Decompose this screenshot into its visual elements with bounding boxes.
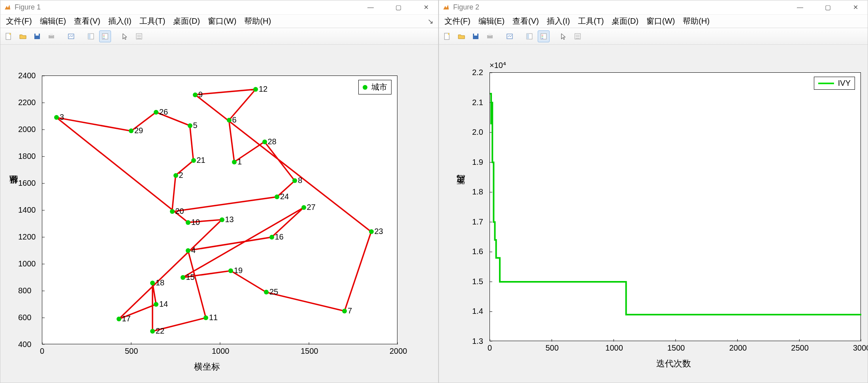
svg-rect-1	[9, 33, 11, 35]
ytick-label: 2.0	[472, 128, 483, 137]
ytick-label: 2.2	[472, 68, 483, 77]
legend-icon[interactable]	[99, 30, 111, 42]
city-label: 7	[348, 306, 352, 315]
menu-insert[interactable]: 插入(I)	[544, 15, 573, 27]
svg-rect-34	[448, 33, 449, 35]
city-label: 20	[175, 207, 184, 216]
ytick-label: 1.3	[472, 337, 483, 346]
menu-desktop[interactable]: 桌面(D)	[608, 15, 642, 27]
svg-rect-8	[88, 34, 90, 39]
legend-line-icon	[818, 83, 834, 84]
figure-2-axes[interactable]: IVY	[490, 72, 861, 341]
menu-insert[interactable]: 插入(I)	[105, 15, 135, 27]
figure-2-titlebar: Figure 2 — ▢ ✕	[439, 0, 868, 15]
print-icon[interactable]	[45, 30, 57, 42]
open-icon[interactable]	[17, 30, 29, 42]
menu-window[interactable]: 窗口(W)	[643, 15, 678, 27]
svg-rect-38	[488, 34, 491, 36]
xtick-label: 1500	[301, 347, 318, 356]
city-label: 5	[193, 121, 198, 130]
matlab-icon	[442, 4, 450, 11]
menu-file[interactable]: 文件(F)	[3, 15, 35, 27]
menu-view[interactable]: 查看(V)	[509, 15, 542, 27]
city-label: 24	[280, 192, 289, 201]
print-icon[interactable]	[484, 30, 496, 42]
city-point	[232, 160, 237, 164]
xtick-label: 500	[546, 343, 559, 353]
inspector-icon[interactable]	[523, 30, 535, 42]
save-icon[interactable]	[470, 30, 482, 42]
city-label: 11	[209, 313, 218, 322]
pointer-icon[interactable]	[557, 30, 569, 42]
city-point	[220, 217, 224, 222]
figure-1-axes[interactable]: 城市 1234567891011121314151617181920212223…	[42, 75, 397, 344]
properties-icon[interactable]	[572, 30, 584, 42]
minimize-button[interactable]: —	[791, 2, 809, 13]
new-icon[interactable]	[441, 30, 453, 42]
figure-2-plot-area: ×10⁴ IVY 迭代次数 总距离 0500100015002000250030…	[439, 45, 868, 383]
figure-1-legend[interactable]: 城市	[358, 80, 392, 94]
svg-rect-39	[507, 34, 512, 39]
menu-edit[interactable]: 编辑(E)	[475, 15, 508, 27]
figure-2-svg	[490, 73, 861, 341]
city-point	[117, 317, 121, 321]
ytick-label: 2400	[18, 71, 36, 80]
menu-help[interactable]: 帮助(H)	[680, 15, 713, 27]
figure-2-menubar: 文件(F) 编辑(E) 查看(V) 插入(I) 工具(T) 桌面(D) 窗口(W…	[439, 15, 868, 28]
maximize-button[interactable]: ▢	[819, 2, 837, 13]
city-label: 29	[134, 126, 143, 135]
menu-edit[interactable]: 编辑(E)	[37, 15, 70, 27]
save-icon[interactable]	[31, 30, 43, 42]
menu-tools[interactable]: 工具(T)	[575, 15, 607, 27]
figure-1-title: Figure 1	[15, 3, 41, 11]
xtick-label: 1500	[667, 343, 685, 353]
ytick-label: 1.4	[472, 307, 483, 316]
city-label: 8	[298, 176, 302, 185]
menu-view[interactable]: 查看(V)	[71, 15, 104, 27]
menu-tools[interactable]: 工具(T)	[136, 15, 169, 27]
figure-2-legend[interactable]: IVY	[814, 77, 855, 90]
inspector-icon[interactable]	[85, 30, 97, 42]
close-button[interactable]: ✕	[417, 2, 435, 13]
pointer-icon[interactable]	[119, 30, 131, 42]
menu-file[interactable]: 文件(F)	[441, 15, 474, 27]
city-point	[275, 194, 279, 199]
city-point	[54, 115, 59, 120]
city-point	[292, 178, 297, 183]
xtick-label: 1000	[212, 347, 230, 356]
city-label: 28	[268, 137, 277, 146]
city-label: 15	[186, 273, 195, 282]
menu-desktop[interactable]: 桌面(D)	[170, 15, 203, 27]
figure-1-svg	[42, 76, 398, 345]
new-icon[interactable]	[3, 30, 15, 42]
menu-help[interactable]: 帮助(H)	[241, 15, 274, 27]
close-button[interactable]: ✕	[846, 2, 864, 13]
svg-rect-41	[527, 34, 529, 39]
figure-1-toolbar	[0, 28, 438, 45]
ytick-label: 800	[18, 286, 31, 295]
properties-icon[interactable]	[133, 30, 145, 42]
svg-rect-36	[474, 34, 477, 36]
legend-icon[interactable]	[538, 30, 550, 42]
figure-1-menubar: 文件(F) 编辑(E) 查看(V) 插入(I) 工具(T) 桌面(D) 窗口(W…	[0, 15, 438, 28]
maximize-button[interactable]: ▢	[389, 2, 407, 13]
legend-label: 城市	[371, 82, 387, 92]
xtick-label: 3000	[853, 343, 868, 353]
ytick-label: 2000	[18, 125, 36, 134]
menu-window[interactable]: 窗口(W)	[205, 15, 239, 27]
city-point	[253, 87, 258, 92]
city-label: 6	[232, 115, 237, 125]
ytick-label: 1800	[18, 152, 36, 161]
legend-marker-icon	[363, 85, 367, 90]
link-icon[interactable]	[504, 30, 516, 42]
minimize-button[interactable]: —	[362, 2, 380, 13]
ytick-label: 1200	[18, 232, 36, 241]
city-label: 12	[259, 85, 267, 94]
city-label: 16	[275, 232, 284, 241]
svg-rect-5	[50, 34, 53, 36]
city-label: 27	[307, 203, 316, 212]
open-icon[interactable]	[456, 30, 467, 42]
menu-overflow-icon[interactable]: ↘	[427, 17, 436, 26]
link-icon[interactable]	[65, 30, 77, 42]
city-point	[264, 290, 269, 294]
